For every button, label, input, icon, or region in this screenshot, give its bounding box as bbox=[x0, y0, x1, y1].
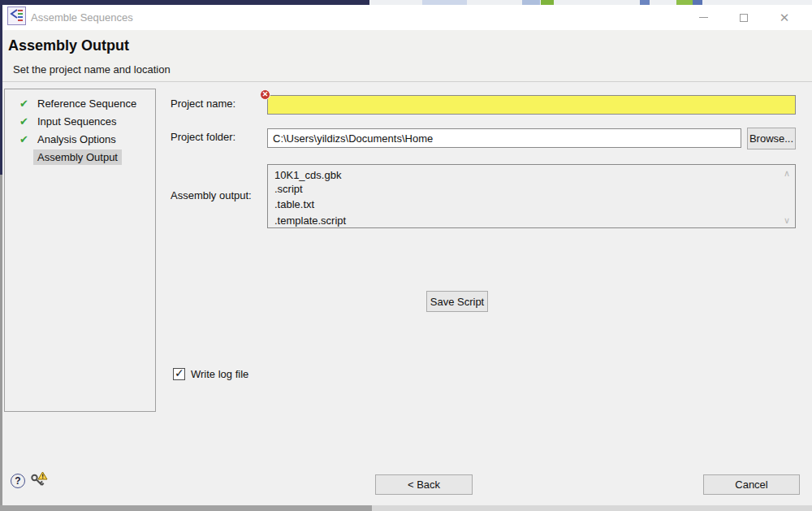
app-icon bbox=[7, 6, 26, 25]
check-icon: ✔ bbox=[19, 131, 33, 149]
assemble-sequences-dialog: Assemble Sequences ✕ Assembly Output Set… bbox=[2, 5, 812, 505]
scroll-up-icon[interactable]: ∧ bbox=[781, 167, 793, 179]
browse-button[interactable]: Browse... bbox=[747, 128, 796, 149]
key-warning-icon[interactable] bbox=[30, 471, 48, 488]
window-title: Assemble Sequences bbox=[31, 5, 133, 30]
list-item[interactable]: .template.script bbox=[268, 213, 795, 229]
list-item[interactable]: 10K1_cds.gbk bbox=[268, 165, 795, 181]
help-button[interactable]: ? bbox=[11, 474, 25, 488]
close-icon: ✕ bbox=[780, 11, 790, 24]
cancel-button[interactable]: Cancel bbox=[703, 474, 800, 495]
step-label: Input Sequences bbox=[33, 114, 121, 129]
check-icon: ✔ bbox=[19, 113, 33, 131]
page-subtitle: Set the project name and location bbox=[13, 63, 171, 76]
step-label: Reference Sequence bbox=[33, 96, 140, 111]
list-item[interactable]: .table.txt bbox=[268, 197, 795, 213]
step-label: Assembly Output bbox=[33, 149, 122, 165]
step-label: Analysis Options bbox=[33, 132, 120, 147]
checkbox-check-icon: ✓ bbox=[175, 366, 184, 379]
step-item-analysis-options[interactable]: ✔Analysis Options bbox=[5, 131, 155, 149]
assembly-output-label: Assembly output: bbox=[171, 189, 252, 201]
background-bottom-edge bbox=[372, 505, 812, 511]
screen: Assemble Sequences ✕ Assembly Output Set… bbox=[0, 0, 812, 511]
step-item-assembly-output[interactable]: ✔Assembly Output bbox=[5, 149, 155, 167]
background-bottom-edge bbox=[0, 505, 372, 511]
minimize-button[interactable] bbox=[689, 5, 717, 30]
minimize-icon bbox=[699, 17, 708, 18]
save-script-button[interactable]: Save Script bbox=[426, 291, 488, 312]
project-folder-label: Project folder: bbox=[171, 128, 235, 147]
step-item-input-sequences[interactable]: ✔Input Sequences bbox=[5, 113, 155, 131]
page-title: Assembly Output bbox=[8, 37, 129, 54]
write-log-checkbox[interactable]: ✓ bbox=[173, 368, 185, 380]
project-name-label: Project name: bbox=[171, 94, 235, 114]
wizard-header: Assembly Output Set the project name and… bbox=[2, 30, 812, 82]
scroll-down-icon[interactable]: ∨ bbox=[781, 214, 793, 226]
list-item[interactable]: .script bbox=[268, 181, 795, 197]
close-button[interactable]: ✕ bbox=[771, 5, 798, 30]
error-icon: ✕ bbox=[260, 89, 270, 100]
back-button[interactable]: < Back bbox=[375, 474, 473, 495]
wizard-steps-panel: ✔Reference Sequence ✔Input Sequences ✔An… bbox=[4, 89, 156, 412]
project-folder-input[interactable] bbox=[267, 128, 741, 148]
title-bar[interactable]: Assemble Sequences ✕ bbox=[2, 5, 812, 30]
step-item-reference-sequence[interactable]: ✔Reference Sequence bbox=[5, 95, 155, 113]
project-name-input[interactable] bbox=[267, 95, 796, 115]
maximize-icon bbox=[740, 14, 748, 22]
assembly-output-list[interactable]: 10K1_cds.gbk .script .table.txt .templat… bbox=[267, 164, 796, 228]
write-log-label: Write log file bbox=[191, 368, 248, 381]
check-icon: ✔ bbox=[19, 95, 33, 113]
maximize-button[interactable] bbox=[730, 5, 758, 30]
